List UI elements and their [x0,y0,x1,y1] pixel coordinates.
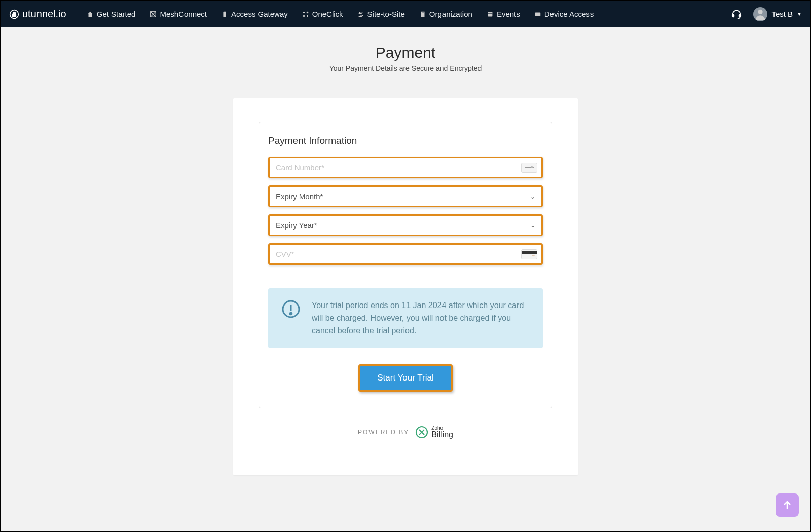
svg-rect-15 [739,14,741,17]
nav-device-access[interactable]: Device Access [534,10,594,18]
content: Payment Information Expiry Month* ⌄ Expi… [1,84,810,475]
svg-point-7 [307,15,309,17]
mesh-icon [150,11,157,18]
brand-logo[interactable]: utunnel.io [9,8,66,20]
nav-label: Access Gateway [231,10,288,18]
zoho-mark-icon [415,426,428,439]
nav-site-to-site[interactable]: Site-to-Site [357,10,405,18]
zoho-billing-logo[interactable]: Zoho Billing [415,426,453,439]
start-trial-button[interactable]: Start Your Trial [360,366,451,390]
page-header: Payment Your Payment Details are Secure … [1,27,810,84]
svg-rect-18 [531,166,533,168]
nav-get-started[interactable]: Get Started [87,10,136,18]
brand-name: utunnel.io [22,8,66,20]
card-brand-icon [521,163,537,173]
cvv-field-wrap: ••• [268,243,543,265]
page-title: Payment [1,44,810,61]
home-icon [87,11,94,18]
powered-by-label: POWERED BY [358,429,409,436]
info-icon [281,299,301,337]
nav-label: Site-to-Site [367,10,405,18]
site-icon [357,11,364,18]
trial-info-text: Your trial period ends on 11 Jan 2024 af… [312,299,530,337]
nav-access-gateway[interactable]: Access Gateway [221,10,288,18]
powered-by: POWERED BY Zoho Billing [259,408,552,456]
cvv-input[interactable] [270,245,541,263]
expiry-month-select[interactable]: Expiry Month* [270,187,541,206]
chevron-down-icon: ▼ [797,11,802,17]
svg-rect-14 [732,14,734,17]
nav-label: Device Access [544,10,594,18]
nav-label: MeshConnect [160,10,207,18]
support-icon[interactable] [731,9,742,20]
cta-wrap: Start Your Trial [268,364,543,392]
svg-rect-3 [223,11,226,17]
expiry-year-field-wrap: Expiry Year* ⌄ [268,214,543,236]
nav-label: OneClick [312,10,343,18]
events-icon [487,11,494,18]
svg-rect-8 [421,11,424,17]
org-icon [419,11,426,18]
svg-rect-9 [422,12,422,13]
svg-rect-1 [13,14,16,17]
user-name: Test B [771,10,793,18]
nav-meshconnect[interactable]: MeshConnect [150,10,207,18]
cta-highlight: Start Your Trial [358,364,453,392]
page-subtitle: Your Payment Details are Secure and Encr… [1,64,810,72]
avatar-icon [753,7,767,21]
svg-point-5 [307,11,309,13]
nav-label: Get Started [97,10,136,18]
svg-rect-13 [535,12,540,16]
payment-card: Payment Information Expiry Month* ⌄ Expi… [233,98,578,475]
top-navigation: utunnel.io Get Started MeshConnect Acces… [1,1,810,27]
nav-label: Organization [429,10,472,18]
svg-rect-10 [423,12,423,13]
oneclick-icon [302,11,309,18]
expiry-month-field-wrap: Expiry Month* ⌄ [268,185,543,207]
svg-rect-11 [488,12,493,16]
arrow-up-icon [781,499,793,511]
svg-point-6 [303,15,305,17]
nav-right: Test B ▼ [731,7,802,21]
section-title: Payment Information [268,135,543,146]
svg-point-16 [758,9,763,14]
nav-oneclick[interactable]: OneClick [302,10,343,18]
svg-point-4 [303,11,305,13]
card-number-input[interactable] [270,158,541,177]
device-icon [534,11,541,18]
svg-point-21 [290,313,292,315]
user-menu[interactable]: Test B ▼ [753,7,802,21]
trial-info-box: Your trial period ends on 11 Jan 2024 af… [268,288,543,348]
lock-icon [9,9,19,19]
nav-label: Events [497,10,520,18]
payment-form-box: Payment Information Expiry Month* ⌄ Expi… [259,122,552,408]
gateway-icon [221,11,228,18]
expiry-year-select[interactable]: Expiry Year* [270,216,541,235]
card-number-field-wrap [268,157,543,178]
nav-items: Get Started MeshConnect Access Gateway O… [87,10,594,18]
nav-events[interactable]: Events [487,10,520,18]
nav-organization[interactable]: Organization [419,10,472,18]
cvv-card-icon: ••• [521,249,537,259]
zoho-text: Zoho Billing [431,426,453,439]
scroll-to-top-button[interactable] [776,493,799,517]
